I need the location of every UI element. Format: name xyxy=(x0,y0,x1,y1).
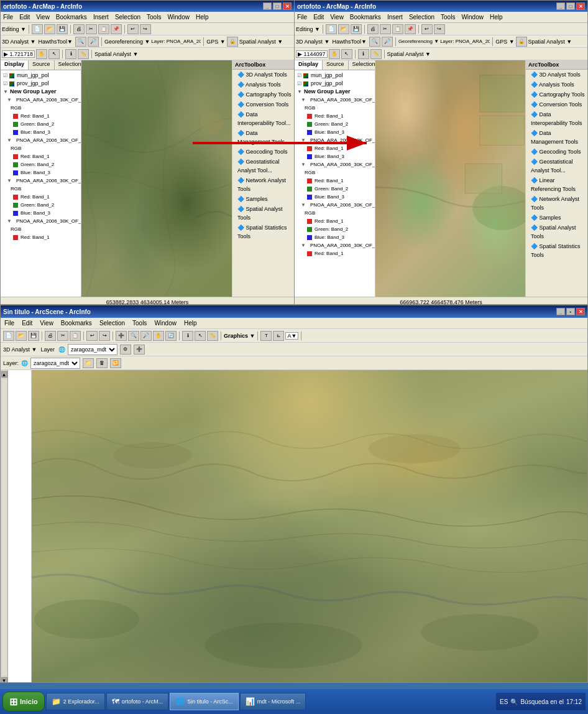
rmenu-window[interactable]: Window xyxy=(461,14,484,21)
stext-btn[interactable]: T xyxy=(260,331,272,341)
layer-item[interactable]: Green: Band_2 xyxy=(296,120,374,128)
rmenu-insert[interactable]: Insert xyxy=(387,14,403,21)
open-btn[interactable]: 📂 xyxy=(44,24,55,34)
layer-item[interactable]: ☑ prov_jgp_pol xyxy=(296,80,374,88)
ropen-btn[interactable]: 📂 xyxy=(338,24,349,34)
slayer-props-btn[interactable]: ⚙ xyxy=(120,345,131,355)
rundo-btn[interactable]: ↩ xyxy=(421,24,433,34)
taskbar-item-arcmap[interactable]: 🗺 ortofoto - ArcM... xyxy=(106,693,169,710)
span-btn[interactable]: ✋ xyxy=(153,331,164,341)
coord-x[interactable]: ▶ 1.721718 xyxy=(2,50,35,58)
rtoolbox-item[interactable]: 🔷 Linear Referencing Tools xyxy=(526,175,587,194)
sfont-select[interactable]: A▼ xyxy=(285,332,298,340)
layer-item[interactable]: Blue: Band_3 xyxy=(2,169,80,177)
taskbar-item-arcscene[interactable]: 🌐 Sin titulo - ArcSc... xyxy=(170,693,239,710)
cut-btn[interactable]: ✂ xyxy=(86,24,97,34)
sref-layer-btn[interactable]: 🔁 xyxy=(110,358,121,368)
layer-item[interactable]: ☑ mun_jgp_pol xyxy=(296,72,374,80)
rtoolbox-item[interactable]: 🔷 Spatial Analyst Tools xyxy=(526,223,587,241)
layer-item[interactable]: Blue: Band_3 xyxy=(296,128,374,136)
sprint-btn[interactable]: 🖨 xyxy=(45,331,56,341)
toolbox-item[interactable]: 🔷 Geostatistical Analyst Tool... xyxy=(232,157,294,175)
rmenu-help[interactable]: Help xyxy=(490,14,503,21)
paste-btn[interactable]: 📌 xyxy=(111,24,122,34)
rselect-btn[interactable]: ↖ xyxy=(341,49,352,59)
layer-item[interactable]: Red: Band_1 xyxy=(2,112,80,120)
layer-item[interactable]: ▼ PNOA_ARA_2006_30K_OF_e5 xyxy=(296,201,374,209)
slayer-add-btn[interactable]: ➕ xyxy=(134,345,145,355)
undo-btn[interactable]: ↩ xyxy=(127,24,139,34)
rmeasure-btn[interactable]: 📏 xyxy=(370,49,382,59)
rtab-selection[interactable]: Selection xyxy=(349,60,375,70)
rtoolbox-item[interactable]: 🔷 Network Analyst Tools xyxy=(526,194,587,213)
rcut-btn[interactable]: ✂ xyxy=(380,24,391,34)
szoom-in-btn[interactable]: 🔍 xyxy=(128,331,139,341)
rtab-display[interactable]: Display xyxy=(295,60,323,70)
minimize-button[interactable]: _ xyxy=(263,2,272,10)
rmenu-selection[interactable]: Selection xyxy=(409,14,434,21)
editing-dropdown[interactable]: Editing ▼ xyxy=(2,26,26,32)
rzoom-out-btn[interactable]: 🔎 xyxy=(382,37,393,47)
layer-item[interactable]: ▼ PNOA_ARA_2006_30K_OF_e5 xyxy=(2,96,80,104)
sundo-btn[interactable]: ↩ xyxy=(86,331,98,341)
rinfo-btn[interactable]: ℹ xyxy=(358,49,369,59)
scene-3d-viewport[interactable] xyxy=(32,370,587,683)
rtoolbox-item[interactable]: 🔷 Cartography Tools xyxy=(526,90,587,100)
rmenu-view[interactable]: View xyxy=(330,14,344,21)
layer-item[interactable]: ▼ PNOA_ARA_2006_30K_OF_e5 xyxy=(2,217,80,225)
layer-item[interactable]: Red: Band_1 xyxy=(296,144,374,152)
rtoolbox-item[interactable]: 🔷 Geocoding Tools xyxy=(526,147,587,157)
save-btn[interactable]: 💾 xyxy=(57,24,68,34)
select-btn[interactable]: ↖ xyxy=(48,49,60,59)
layer-item[interactable]: Green: Band_2 xyxy=(2,120,80,128)
toolbox-item[interactable]: 🔷 Samples xyxy=(232,194,294,204)
layer-item[interactable]: Green: Band_2 xyxy=(296,225,374,233)
scene-minimize-btn[interactable]: _ xyxy=(556,308,565,315)
toolbox-item[interactable]: 🔷 Cartography Tools xyxy=(232,90,294,100)
smenu-bookmarks[interactable]: Bookmarks xyxy=(61,320,92,327)
layer-item[interactable]: Green: Band_2 xyxy=(296,185,374,193)
layer-item[interactable]: ▼ PNOA_ARA_2006_30K_OF_e5 xyxy=(2,177,80,185)
maximize-button-r[interactable]: □ xyxy=(566,2,575,10)
rpaste-btn[interactable]: 📌 xyxy=(405,24,416,34)
lock-btn[interactable]: 🔒 xyxy=(227,37,238,47)
print-btn[interactable]: 🖨 xyxy=(73,24,85,34)
sredo-btn[interactable]: ↪ xyxy=(99,331,110,341)
layer-item[interactable]: Red: Band_1 xyxy=(296,177,374,185)
ssave-btn[interactable]: 💾 xyxy=(28,331,39,341)
layer-item[interactable]: ▼ PNOA_ARA_2006_30K_OF_e5 xyxy=(296,136,374,144)
toolbox-item[interactable]: 🔷 Data Management Tools xyxy=(232,128,294,147)
scroll-down-btn[interactable]: ▼ xyxy=(1,677,7,683)
srotate-btn[interactable]: 🔄 xyxy=(165,331,177,341)
toolbox-item[interactable]: 🔷 Network Analyst Tools xyxy=(232,175,294,194)
sarc-btn[interactable]: ⊾ xyxy=(273,331,284,341)
rlock-btn[interactable]: 🔒 xyxy=(516,37,527,47)
smenu-view[interactable]: View xyxy=(40,320,53,327)
smenu-file[interactable]: File xyxy=(4,320,14,327)
scut-btn[interactable]: ✂ xyxy=(57,331,68,341)
layer-item[interactable]: Blue: Band_3 xyxy=(296,233,374,241)
tab-selection[interactable]: Selection xyxy=(55,60,81,70)
taskbar-item-mdt[interactable]: 📊 mdt - Microsoft ... xyxy=(240,693,306,710)
smeasure-btn[interactable]: 📏 xyxy=(207,331,218,341)
toolbox-item[interactable]: 🔷 Conversion Tools xyxy=(232,100,294,109)
smenu-edit[interactable]: Edit xyxy=(22,320,32,327)
smenu-window[interactable]: Window xyxy=(154,320,177,327)
slayer2-dropdown[interactable]: zaragoza_mdt xyxy=(30,358,80,369)
menu-bookmarks[interactable]: Bookmarks xyxy=(56,14,87,21)
close-button-r[interactable]: ✕ xyxy=(576,2,585,10)
toolbox-item[interactable]: 🔷 Spatial Statistics Tools xyxy=(232,223,294,241)
layer-item[interactable]: ▼ PNOA_ARA_2006_30K_OF_e5 xyxy=(296,241,374,249)
analyst-dropdown[interactable]: 3D Analyst ▼ xyxy=(2,39,35,45)
toolbox-item[interactable]: 🔷 Data Interoperability Tool... xyxy=(232,109,294,128)
new-btn[interactable]: 📄 xyxy=(32,24,43,34)
rtoolbox-item[interactable]: 🔷 Samples xyxy=(526,213,587,223)
rmenu-file[interactable]: File xyxy=(297,14,307,21)
layer-item[interactable]: Red: Band_1 xyxy=(2,152,80,160)
sadd-layer-btn[interactable]: 📁 xyxy=(83,358,94,368)
rcopy-btn[interactable]: 📋 xyxy=(392,24,403,34)
rtab-source[interactable]: Source xyxy=(323,60,349,70)
sdelete-layer-btn[interactable]: 🗑 xyxy=(96,358,108,368)
rspatial2-label[interactable]: Spatial Analyst ▼ xyxy=(387,51,431,57)
szoom-out-btn[interactable]: 🔎 xyxy=(140,331,152,341)
